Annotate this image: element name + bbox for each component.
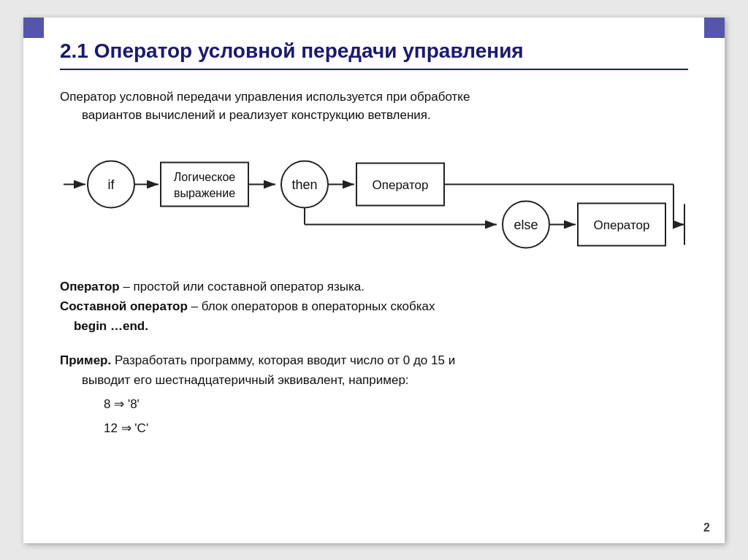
dash1: – — [120, 280, 134, 294]
example-text: Разработать программу, которая вводит чи… — [111, 353, 455, 367]
svg-text:Логическое: Логическое — [174, 170, 235, 183]
diagram-svg: if Логическое выражение then Оператор — [60, 142, 688, 259]
begin-end-code: begin …end. — [74, 319, 148, 333]
operator-label: Оператор — [60, 280, 120, 294]
compound-label: Составной оператор — [60, 299, 188, 313]
corner-decoration-tr — [704, 18, 725, 38]
svg-text:if: if — [108, 177, 115, 191]
intro-line1: Оператор условной передачи управления ис… — [60, 90, 470, 104]
svg-text:then: then — [291, 177, 317, 191]
flowchart-diagram: if Логическое выражение then Оператор — [60, 142, 688, 259]
svg-text:выражение: выражение — [174, 186, 235, 199]
svg-text:Оператор: Оператор — [594, 218, 650, 231]
slide: 2.1 Оператор условной передачи управлени… — [23, 18, 725, 543]
example-text2: выводит его шестнадцатеричный эквивалент… — [82, 373, 409, 387]
slide-title: 2.1 Оператор условной передачи управлени… — [60, 39, 688, 70]
corner-decoration-tl — [23, 18, 44, 38]
svg-text:Оператор: Оператор — [373, 177, 429, 191]
info-block: Оператор – простой или составной операто… — [60, 277, 688, 337]
compound-rest: блок операторов в операторных скобках — [202, 299, 435, 313]
example-block: Пример. Разработать программу, которая в… — [60, 350, 688, 440]
svg-text:else: else — [514, 217, 538, 231]
page-number: 2 — [703, 521, 710, 534]
intro-line2: вариантов вычислений и реализует констру… — [82, 108, 431, 122]
example-label: Пример. — [60, 353, 111, 367]
intro-paragraph: Оператор условной передачи управления ис… — [60, 88, 688, 125]
example-item-1: 8 ⇒ '8' — [104, 393, 688, 416]
example-item-2: 12 ⇒ 'С' — [104, 417, 688, 440]
dash2: – — [188, 299, 202, 313]
example-items: 8 ⇒ '8' 12 ⇒ 'С' — [104, 393, 688, 440]
svg-rect-6 — [161, 162, 248, 206]
operator-rest: простой или составной оператор языка. — [134, 280, 365, 294]
